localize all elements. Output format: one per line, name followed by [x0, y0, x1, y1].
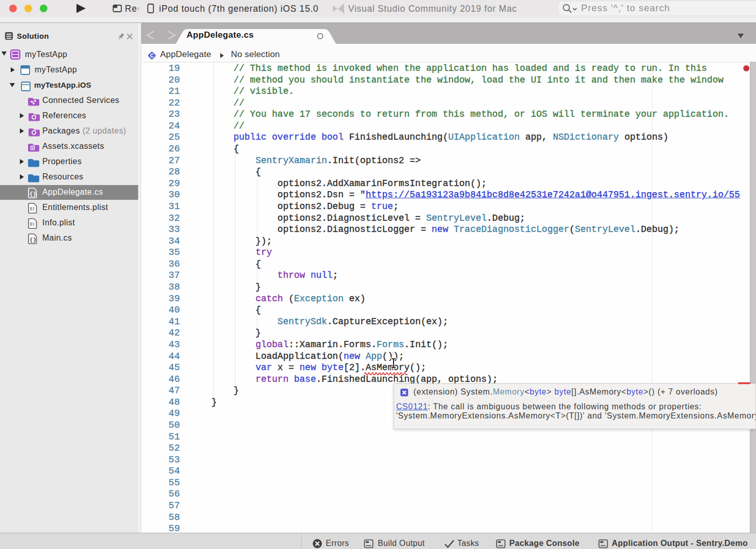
svg-text:C: C: [150, 53, 154, 59]
svg-text:{}: {}: [30, 237, 36, 243]
svg-text:{}: {}: [30, 191, 36, 197]
